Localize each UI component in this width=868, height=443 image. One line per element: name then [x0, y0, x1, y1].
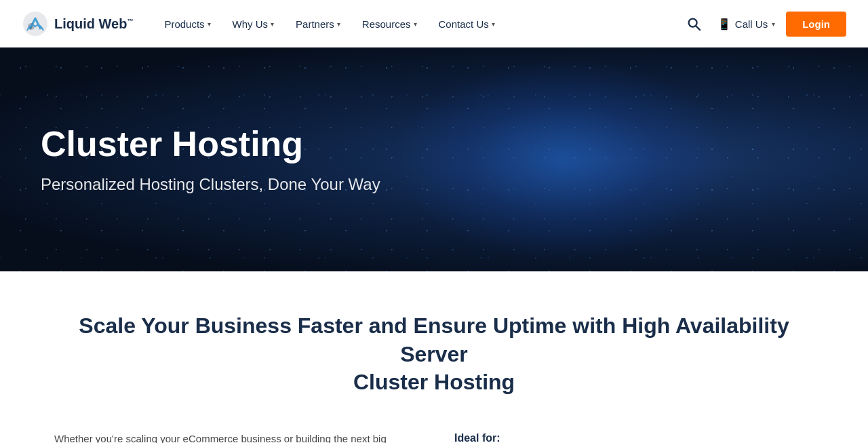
ideal-section: Ideal for: High Volume eCommerce Mission…: [454, 429, 814, 443]
svg-point-0: [23, 12, 47, 36]
nav-products[interactable]: Products ▾: [155, 13, 220, 35]
chevron-down-icon: ▾: [271, 20, 274, 28]
nav-why-us[interactable]: Why Us ▾: [223, 13, 284, 35]
chevron-down-icon: ▾: [337, 20, 340, 28]
content-grid: Whether you're scaling your eCommerce bu…: [54, 429, 814, 443]
nav-links: Products ▾ Why Us ▾ Partners ▾ Resources…: [155, 13, 680, 35]
section-title: Scale Your Business Faster and Ensure Up…: [54, 312, 814, 397]
main-content: Scale Your Business Faster and Ensure Up…: [0, 271, 868, 443]
description-text: Whether you're scaling your eCommerce bu…: [54, 429, 414, 443]
hero-section: Cluster Hosting Personalized Hosting Clu…: [0, 47, 868, 271]
svg-line-3: [696, 26, 700, 30]
hero-subtitle: Personalized Hosting Clusters, Done Your…: [41, 175, 380, 194]
ideal-title: Ideal for:: [454, 432, 814, 443]
phone-icon: 📱: [717, 18, 731, 31]
nav-contact-us[interactable]: Contact Us ▾: [429, 13, 505, 35]
hero-glow: [393, 58, 732, 261]
chevron-down-icon: ▾: [492, 20, 495, 28]
brand-name: Liquid Web™: [54, 16, 133, 32]
nav-right: 📱 Call Us ▾ Login: [681, 11, 846, 37]
chevron-down-icon: ▾: [208, 20, 211, 28]
search-button[interactable]: [681, 11, 707, 37]
nav-partners[interactable]: Partners ▾: [286, 13, 350, 35]
navbar: Liquid Web™ Products ▾ Why Us ▾ Partners…: [0, 0, 868, 47]
hero-title: Cluster Hosting: [41, 125, 380, 163]
chevron-down-icon: ▾: [772, 20, 775, 28]
logo[interactable]: Liquid Web™: [22, 10, 133, 37]
nav-resources[interactable]: Resources ▾: [353, 13, 427, 35]
description-column: Whether you're scaling your eCommerce bu…: [54, 429, 414, 443]
search-icon: [686, 16, 701, 31]
hero-content: Cluster Hosting Personalized Hosting Clu…: [0, 125, 421, 193]
chevron-down-icon: ▾: [414, 20, 417, 28]
login-button[interactable]: Login: [786, 12, 846, 37]
call-us-link[interactable]: 📱 Call Us ▾: [717, 18, 775, 31]
